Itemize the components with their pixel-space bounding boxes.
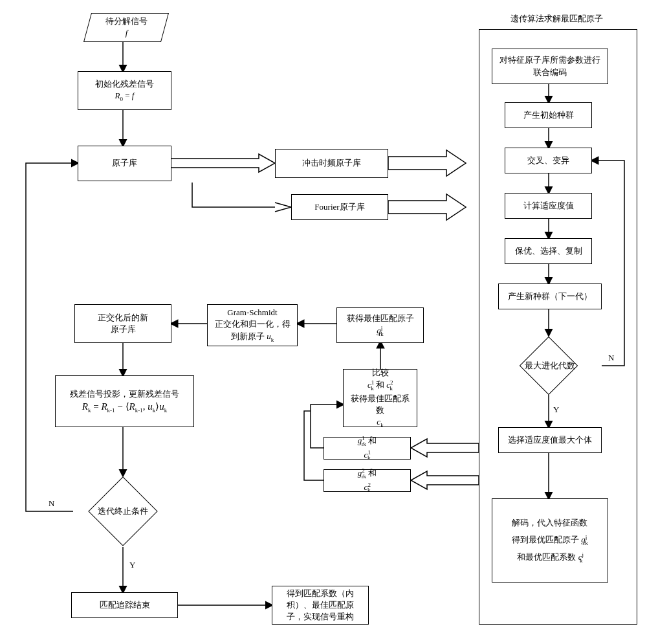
flowchart-canvas: 待分解信号 f 初始化残差信号 R0 = f 原子库 冲击时频原子库 Fouri… <box>0 0 647 644</box>
impact-atom-lib-box: 冲击时频原子库 <box>275 149 388 178</box>
input-signal-block: 待分解信号 f <box>83 13 169 42</box>
ortho-new-lib-box: 正交化后的新 原子库 <box>74 304 171 343</box>
ga-n-label: N <box>608 353 614 363</box>
compare-coeff-box: 比较 c1k 和 c2k 获得最佳匹配系数 ck <box>343 369 417 427</box>
ga-decode-box: 解码，代入特征函数 得到最优匹配原子 gjrk 和最优匹配系数 cjk <box>492 498 608 583</box>
pair1-box: g1rk 和 c1k <box>324 437 411 460</box>
ga-init-pop-box: 产生初始种群 <box>505 102 592 128</box>
ga-pick-best-box: 选择适应度值最大个体 <box>498 427 602 453</box>
ga-new-pop-box: 产生新种群（下一代） <box>498 283 602 309</box>
ga-y-label: Y <box>553 405 559 415</box>
best-atom-box: 获得最佳匹配原子 gjrk <box>336 307 424 343</box>
init-residual-box: 初始化残差信号 R0 = f <box>78 71 171 110</box>
init-residual-label: 初始化残差信号 <box>95 78 154 90</box>
ga-title: 遗传算法求解最匹配原子 <box>498 13 615 25</box>
ga-cross-mut-box: 交叉、变异 <box>505 148 592 173</box>
atom-library-box: 原子库 <box>78 146 171 181</box>
mp-end-box: 匹配追踪结束 <box>71 592 178 618</box>
fourier-atom-lib-box: Fourier原子库 <box>291 194 388 220</box>
mp-result-box: 得到匹配系数（内 积）、最佳匹配原 子，实现信号重构 <box>272 586 369 625</box>
pair2-box: g2rk 和 c2k <box>324 469 411 492</box>
iter-stop-n-label: N <box>49 498 54 509</box>
iter-stop-y-label: Y <box>129 560 135 570</box>
iter-stop-diamond <box>88 476 157 546</box>
ga-fitness-box: 计算适应度值 <box>505 193 592 219</box>
residual-update-box: 残差信号投影，更新残差信号 Rk = Rk-1 − ⟨Rk-1, uk⟩uk <box>55 375 194 427</box>
input-signal-label: 待分解信号 <box>105 16 148 27</box>
ga-encode-box: 对特征原子库所需参数进行 联合编码 <box>492 49 608 84</box>
input-signal-symbol: f <box>125 28 127 38</box>
ga-select-box: 保优、选择、复制 <box>505 238 592 264</box>
gram-schmidt-box: Gram-Schmidt 正交化和归一化，得 到新原子 uk <box>207 304 298 346</box>
